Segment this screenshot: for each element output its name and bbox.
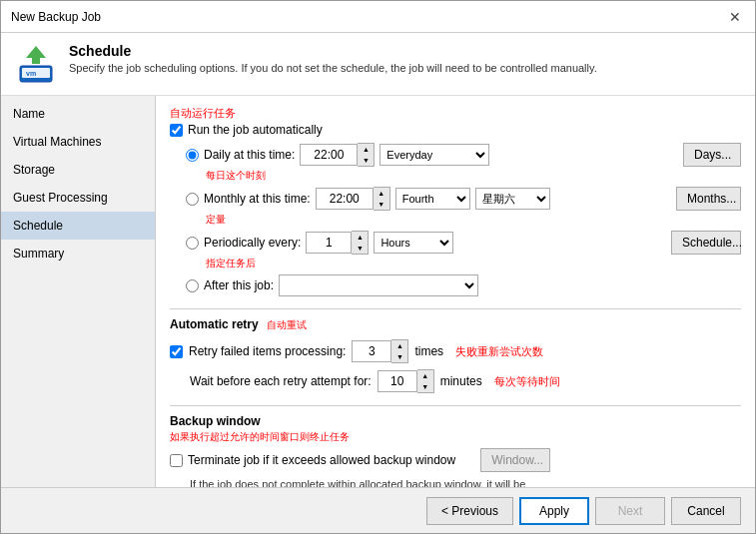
hours-dropdown[interactable]: Hours Minutes — [374, 232, 453, 254]
monthly-time-up[interactable]: ▲ — [374, 188, 389, 199]
daily-sub-red: 每日这个时刻 — [206, 169, 741, 183]
next-button[interactable]: Next — [595, 497, 665, 525]
wait-up[interactable]: ▲ — [417, 370, 433, 381]
periodic-sub-red: 指定任务后 — [206, 257, 741, 270]
retry-spinner: ▲ ▼ — [352, 339, 408, 363]
retry-spinbtns: ▲ ▼ — [391, 339, 408, 363]
weekday-dropdown[interactable]: 星期一 星期二 星期三 星期四 星期五 星期六 星期日 — [475, 188, 550, 210]
monthly-time-input[interactable] — [316, 188, 374, 210]
previous-button[interactable]: < Previous — [426, 497, 513, 525]
daily-time-input[interactable] — [300, 144, 358, 166]
wait-red-label: 每次等待时间 — [494, 374, 560, 389]
sidebar-item-summary[interactable]: Summary — [1, 240, 155, 267]
wait-unit: minutes — [440, 374, 482, 388]
sidebar-item-schedule[interactable]: Schedule — [1, 212, 155, 240]
header-section: vm Schedule Specify the job scheduling o… — [1, 33, 755, 96]
daily-time-down[interactable]: ▼ — [358, 155, 374, 166]
retry-red-label: 失败重新尝试次数 — [455, 344, 543, 359]
retry-up[interactable]: ▲ — [391, 340, 407, 351]
sidebar-item-virtual-machines[interactable]: Virtual Machines — [1, 128, 155, 156]
wait-value-input[interactable] — [378, 370, 417, 392]
retry-failed-row: Retry failed items processing: ▲ ▼ times… — [170, 339, 741, 363]
after-job-radio-row: After this job: — [186, 274, 741, 296]
monthly-time-spinner: ▲ ▼ — [316, 187, 390, 211]
daily-label: Daily at this time: — [204, 148, 295, 162]
retry-down[interactable]: ▼ — [391, 351, 407, 362]
backup-window-group: Backup window 如果执行超过允许的时间窗口则终止任务 Termina… — [170, 414, 741, 487]
retry-unit: times — [414, 344, 443, 358]
retry-group: Automatic retry 自动重试 Retry failed items … — [170, 317, 741, 393]
retry-label: Retry failed items processing: — [189, 344, 346, 358]
close-button[interactable]: ✕ — [725, 8, 745, 26]
section-title: Schedule — [69, 43, 597, 59]
wait-label: Wait before each retry attempt for: — [190, 374, 372, 388]
everyday-dropdown[interactable]: Everyday Weekdays Weekends — [379, 144, 489, 166]
cancel-button[interactable]: Cancel — [671, 497, 741, 525]
monthly-radio-row: Monthly at this time: ▲ ▼ First Second T… — [186, 187, 741, 211]
window-button[interactable]: Window... — [480, 448, 550, 472]
periodic-up[interactable]: ▲ — [352, 232, 368, 243]
title-bar: New Backup Job ✕ — [1, 1, 755, 33]
after-job-dropdown[interactable] — [279, 274, 478, 296]
daily-time-up[interactable]: ▲ — [358, 144, 374, 155]
periodic-value-input[interactable] — [306, 232, 352, 254]
after-job-radio[interactable] — [186, 279, 199, 292]
monthly-sub-red: 定量 — [206, 213, 741, 227]
content-area: Name Virtual Machines Storage Guest Proc… — [1, 96, 755, 487]
retry-failed-checkbox[interactable] — [170, 345, 183, 358]
section-description: Specify the job scheduling options. If y… — [69, 62, 597, 74]
periodic-radio[interactable] — [186, 237, 199, 250]
run-auto-row: Run the job automatically — [170, 123, 741, 137]
terminate-checkbox[interactable] — [170, 454, 183, 467]
svg-text:vm: vm — [26, 70, 36, 77]
periodic-label: Periodically every: — [204, 236, 301, 250]
auto-retry-header: Automatic retry — [170, 317, 259, 331]
apply-button[interactable]: Apply — [519, 497, 589, 525]
terminate-row: Terminate job if it exceeds allowed back… — [170, 448, 741, 472]
auto-run-group: 自动运行任务 Run the job automatically Daily a… — [170, 106, 741, 296]
run-auto-label: Run the job automatically — [188, 123, 323, 137]
days-button[interactable]: Days... — [683, 143, 741, 167]
window-title: New Backup Job — [11, 10, 101, 24]
wait-spinner: ▲ ▼ — [378, 369, 434, 393]
sidebar-item-name[interactable]: Name — [1, 100, 155, 128]
retry-value-input[interactable] — [352, 340, 391, 362]
action-bar: < Previous Apply Next Cancel — [1, 487, 755, 533]
run-auto-checkbox[interactable] — [170, 124, 183, 137]
daily-time-spinbtns: ▲ ▼ — [358, 143, 375, 167]
auto-retry-red: 自动重试 — [267, 318, 307, 332]
periodic-down[interactable]: ▼ — [352, 243, 368, 254]
main-content: 自动运行任务 Run the job automatically Daily a… — [156, 96, 755, 487]
auto-run-red-label: 自动运行任务 — [170, 106, 741, 121]
monthly-time-down[interactable]: ▼ — [374, 199, 389, 210]
fourth-dropdown[interactable]: First Second Third Fourth Last — [395, 188, 470, 210]
wait-retry-row: Wait before each retry attempt for: ▲ ▼ … — [190, 369, 741, 393]
daily-radio[interactable] — [186, 149, 199, 162]
backup-window-red: 如果执行超过允许的时间窗口则终止任务 — [170, 430, 741, 444]
periodic-radio-row: Periodically every: ▲ ▼ Hours Minutes — [186, 231, 741, 255]
header-text: Schedule Specify the job scheduling opti… — [69, 43, 597, 74]
header-icon: vm — [15, 43, 57, 85]
monthly-label: Monthly at this time: — [204, 192, 311, 206]
sidebar-item-guest-processing[interactable]: Guest Processing — [1, 184, 155, 212]
daily-radio-row: Daily at this time: ▲ ▼ Everyday Weekday… — [186, 143, 741, 167]
monthly-radio[interactable] — [186, 193, 199, 206]
sidebar-item-storage[interactable]: Storage — [1, 156, 155, 184]
periodic-spinner: ▲ ▼ — [306, 231, 369, 255]
terminate-description: If the job does not complete within allo… — [190, 476, 741, 487]
radio-group: Daily at this time: ▲ ▼ Everyday Weekday… — [186, 143, 741, 296]
backup-divider — [170, 405, 741, 406]
months-button[interactable]: Months... — [676, 187, 741, 211]
sidebar: Name Virtual Machines Storage Guest Proc… — [1, 96, 156, 487]
daily-time-spinner: ▲ ▼ — [300, 143, 375, 167]
main-window: New Backup Job ✕ vm Schedule Specify the… — [0, 0, 756, 534]
wait-down[interactable]: ▼ — [417, 381, 433, 392]
monthly-time-spinbtns: ▲ ▼ — [374, 187, 390, 211]
backup-window-title: Backup window — [170, 414, 741, 428]
periodic-spinbtns: ▲ ▼ — [352, 231, 369, 255]
wait-spinbtns: ▲ ▼ — [417, 369, 434, 393]
schedule-button[interactable]: Schedule... — [671, 231, 741, 255]
svg-marker-0 — [26, 46, 46, 64]
retry-divider — [170, 308, 741, 309]
after-job-label: After this job: — [204, 278, 274, 292]
